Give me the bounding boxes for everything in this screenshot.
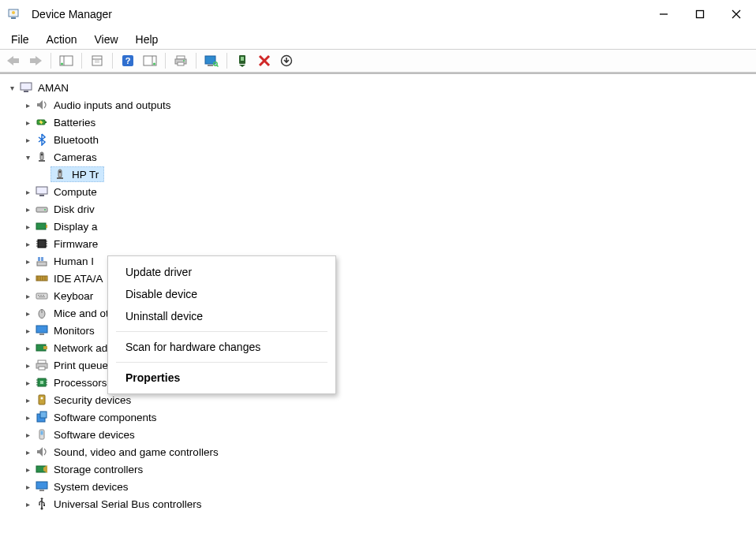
category-label: Human I: [54, 255, 94, 267]
back-button[interactable]: [3, 51, 24, 70]
chevron-right-icon[interactable]: ▸: [22, 429, 33, 440]
computer-icon: [19, 80, 33, 95]
display-adapter-icon: [35, 219, 49, 233]
category-computer[interactable]: ▸ Compute: [6, 183, 753, 200]
chevron-right-icon[interactable]: ▸: [22, 290, 33, 301]
menu-action[interactable]: Action: [39, 30, 85, 49]
update-driver-button[interactable]: [276, 51, 297, 70]
svg-rect-30: [241, 57, 244, 61]
category-disk-drives[interactable]: ▸ Disk driv: [6, 200, 753, 218]
chevron-right-icon[interactable]: ▸: [22, 481, 33, 492]
chevron-right-icon[interactable]: ▸: [22, 446, 33, 457]
menu-view[interactable]: View: [86, 30, 125, 49]
chevron-down-icon[interactable]: ▾: [22, 151, 33, 162]
category-system-devices[interactable]: ▸ System devices: [6, 478, 753, 495]
svg-rect-26: [208, 65, 213, 66]
cpu-icon: [35, 375, 49, 390]
svg-rect-43: [57, 177, 63, 179]
category-label: Batteries: [54, 117, 95, 129]
svg-rect-8: [30, 58, 36, 63]
chevron-right-icon[interactable]: ▸: [22, 412, 33, 423]
scan-hardware-button[interactable]: [201, 51, 222, 70]
category-label: Bluetooth: [54, 134, 99, 146]
usb-icon: [35, 497, 49, 511]
svg-rect-45: [39, 195, 44, 196]
chevron-down-icon[interactable]: ▾: [6, 82, 17, 93]
device-hp-camera[interactable]: HP Tr: [6, 166, 753, 183]
chevron-right-icon[interactable]: ▸: [22, 377, 33, 388]
chevron-right-icon[interactable]: ▸: [22, 394, 33, 405]
print-button[interactable]: [170, 51, 191, 70]
ctx-properties[interactable]: Properties: [108, 367, 335, 389]
minimize-button[interactable]: [646, 2, 682, 26]
uninstall-device-button[interactable]: [254, 51, 275, 70]
chevron-right-icon[interactable]: ▸: [22, 238, 33, 249]
sound-icon: [35, 445, 49, 459]
toolbar-separator: [51, 53, 51, 69]
category-software-devices[interactable]: ▸ Software devices: [6, 426, 753, 443]
context-menu: Update driver Disable device Uninstall d…: [107, 255, 336, 394]
category-batteries[interactable]: ▸ Batteries: [6, 114, 753, 131]
ctx-scan-hardware[interactable]: Scan for hardware changes: [108, 336, 335, 358]
category-sound[interactable]: ▸ Sound, video and game controllers: [6, 443, 753, 460]
tree-root[interactable]: ▾ AMAN: [6, 79, 753, 96]
disk-icon: [35, 202, 49, 216]
ctx-disable-device[interactable]: Disable device: [108, 283, 335, 305]
svg-rect-65: [36, 293, 47, 299]
category-usb[interactable]: ▸ Universal Serial Bus controllers: [6, 495, 753, 512]
toolbar: ?: [0, 49, 756, 73]
svg-point-98: [39, 504, 40, 505]
svg-rect-73: [39, 334, 44, 335]
chevron-right-icon[interactable]: ▸: [22, 360, 33, 371]
camera-icon: [35, 150, 49, 164]
category-label: Audio inputs and outputs: [54, 99, 171, 111]
toolbar-separator: [165, 53, 166, 69]
menu-help[interactable]: Help: [128, 30, 167, 49]
svg-rect-67: [40, 295, 42, 296]
chevron-right-icon[interactable]: ▸: [22, 134, 33, 145]
ctx-uninstall-device[interactable]: Uninstall device: [108, 305, 335, 327]
svg-rect-37: [45, 121, 47, 123]
svg-rect-44: [36, 187, 47, 194]
forward-button[interactable]: [25, 51, 46, 70]
category-storage-controllers[interactable]: ▸ Storage controllers: [6, 460, 753, 478]
menu-file[interactable]: File: [3, 30, 37, 49]
enable-device-button[interactable]: [232, 51, 253, 70]
svg-rect-41: [58, 170, 62, 177]
category-audio[interactable]: ▸ Audio inputs and outputs: [6, 96, 753, 114]
chevron-right-icon[interactable]: ▸: [22, 342, 33, 353]
category-software-components[interactable]: ▸ Software components: [6, 408, 753, 426]
chevron-right-icon[interactable]: ▸: [22, 203, 33, 214]
chevron-right-icon[interactable]: ▸: [22, 255, 33, 266]
ctx-update-driver[interactable]: Update driver: [108, 261, 335, 283]
show-hide-console-tree-button[interactable]: [56, 51, 77, 70]
chevron-right-icon[interactable]: ▸: [22, 221, 33, 232]
hid-icon: [35, 254, 49, 268]
chevron-right-icon[interactable]: ▸: [22, 308, 33, 319]
category-cameras[interactable]: ▾ Cameras: [6, 148, 753, 166]
category-label: Monitors: [54, 325, 95, 337]
maximize-button[interactable]: [682, 2, 718, 26]
chevron-right-icon[interactable]: ▸: [22, 186, 33, 197]
category-label: Software devices: [54, 429, 135, 441]
close-button[interactable]: [718, 2, 754, 26]
chevron-right-icon[interactable]: ▸: [22, 325, 33, 336]
svg-rect-72: [36, 326, 47, 333]
category-firmware[interactable]: ▸ Firmware: [6, 235, 753, 252]
chevron-right-icon[interactable]: ▸: [22, 117, 33, 128]
category-bluetooth[interactable]: ▸ Bluetooth: [6, 131, 753, 148]
help-button[interactable]: ?: [118, 51, 138, 70]
security-icon: [35, 393, 49, 407]
chevron-right-icon[interactable]: ▸: [22, 99, 33, 110]
chevron-right-icon[interactable]: ▸: [22, 498, 33, 509]
svg-point-88: [41, 397, 43, 400]
svg-point-47: [44, 209, 46, 211]
svg-rect-68: [43, 295, 44, 296]
svg-rect-40: [39, 160, 45, 162]
properties-button[interactable]: [87, 51, 107, 70]
chevron-right-icon[interactable]: ▸: [22, 464, 33, 475]
category-display-adapters[interactable]: ▸ Display a: [6, 218, 753, 235]
category-label: Disk driv: [54, 203, 95, 215]
action-pane-button[interactable]: [140, 51, 160, 70]
chevron-right-icon[interactable]: ▸: [22, 273, 33, 284]
